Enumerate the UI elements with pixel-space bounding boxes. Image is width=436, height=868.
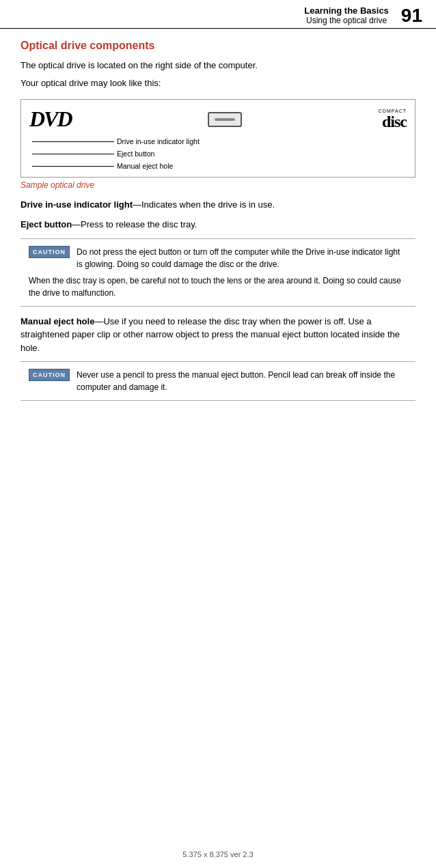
eject-dash: — [72,219,81,229]
drive-slot [208,112,242,127]
eject-desc: Press to release the disc tray. [81,219,197,229]
caution-para-1b: When the disc tray is open, be careful n… [29,275,407,299]
drive-indicator-title: Drive in-use indicator light [21,199,133,210]
label-item-manual: Manual eject hole [32,160,407,173]
eject-section: Eject button—Press to release the disc t… [21,218,415,232]
drive-indicator-text: Drive in-use indicator light—Indicates w… [21,198,415,212]
diagram-labels: Drive in-use indicator light Eject butto… [29,136,407,173]
header-right: Learning the Basics Using the optical dr… [304,5,422,25]
sample-caption: Sample optical drive [21,180,415,190]
caution-badge-2: CAUTION [29,369,70,381]
header-title: Learning the Basics [304,5,389,16]
compact-disc-logo: COMPACT disc [379,109,407,130]
intro-text-2: Your optical drive may look like this: [21,76,415,90]
dvd-logo: DVD [29,107,72,132]
page-container: Learning the Basics Using the optical dr… [0,0,436,868]
label-line-manual [32,166,114,167]
eject-title: Eject button [21,219,72,229]
manual-eject-title: Manual eject hole [21,316,94,326]
manual-eject-text: Manual eject hole—Use if you need to rel… [21,315,415,355]
label-text-eject: Eject button [117,148,154,160]
eject-text: Eject button—Press to release the disc t… [21,218,415,232]
manual-eject-section: Manual eject hole—Use if you need to rel… [21,315,415,355]
caution-badge-1: CAUTION [29,246,70,258]
label-line-eject [32,154,114,154]
label-line-indicator [32,141,114,142]
manual-eject-dash: — [94,316,103,326]
header-subtitle: Using the optical drive [304,16,389,25]
drive-indicator-dash: — [133,199,141,210]
caution-text-2: Never use a pencil to press the manual e… [77,369,407,393]
caution-block-2: CAUTION Never use a pencil to press the … [21,361,415,401]
diagram-labels-list: Drive in-use indicator light Eject butto… [32,136,407,173]
drive-indicator-section: Drive in-use indicator light—Indicates w… [21,198,415,212]
drive-diagram-inner: DVD COMPACT disc [29,107,407,132]
label-item-eject: Eject button [32,148,407,160]
label-item-indicator: Drive in-use indicator light [32,136,407,148]
drive-indicator-desc: Indicates when the drive is in use. [141,199,275,210]
label-text-manual: Manual eject hole [117,160,173,173]
content-area: Optical drive components The optical dri… [0,29,436,843]
caution-block-1: CAUTION Do not press the eject button or… [21,238,415,307]
intro-text-1: The optical drive is located on the righ… [21,59,415,72]
footer-text: 5.375 x 8.375 ver 2.3 [182,850,253,858]
label-text-indicator: Drive in-use indicator light [117,136,200,148]
page-footer: 5.375 x 8.375 ver 2.3 [0,843,436,868]
page-header: Learning the Basics Using the optical dr… [0,0,436,29]
page-number: 91 [401,6,422,25]
caution-para-1a: Do not press the eject button or turn of… [77,246,407,270]
caution-text-1: Do not press the eject button or turn of… [77,246,407,270]
header-text-block: Learning the Basics Using the optical dr… [304,5,389,25]
caution-para-2: Never use a pencil to press the manual e… [77,369,407,393]
drive-diagram: DVD COMPACT disc Drive in-use indicator … [21,99,415,178]
section-title: Optical drive components [21,40,415,52]
disc-text: disc [379,113,407,130]
caution-row-1: CAUTION Do not press the eject button or… [29,246,407,270]
